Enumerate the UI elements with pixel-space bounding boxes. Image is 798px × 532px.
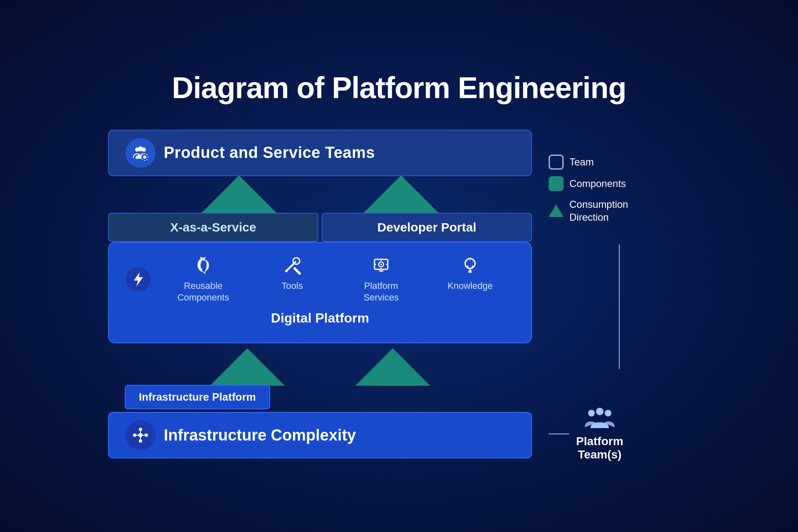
- svg-point-2: [138, 146, 143, 151]
- infra-complexity-label: Infrastructure Complexity: [164, 426, 356, 444]
- dp-item-knowledge-label: Knowledge: [448, 280, 493, 292]
- platform-team-label: PlatformTeam(s): [576, 435, 623, 461]
- infra-platform-box: Infrastructure Platform: [125, 385, 270, 409]
- svg-point-4: [143, 155, 146, 159]
- svg-point-28: [145, 433, 148, 437]
- legend-components-icon: [549, 176, 564, 191]
- dp-item-reusable: ReusableComponents: [159, 255, 248, 304]
- digital-platform-label: Digital Platform: [126, 310, 515, 326]
- xaas-row: X-as-a-Service Developer Portal: [108, 213, 532, 242]
- legend-item-team: Team: [549, 155, 690, 170]
- triangle-infra-left: [210, 348, 285, 386]
- infra-complexity-box: Infrastructure Complexity: [108, 412, 532, 458]
- product-teams-icon: [126, 138, 155, 168]
- legend-item-components: Components: [549, 176, 690, 191]
- svg-point-8: [285, 270, 288, 272]
- dp-item-platform-services: PlatformServices: [337, 255, 426, 304]
- xaas-label: X-as-a-Service: [170, 220, 256, 234]
- lightning-icon: [126, 267, 150, 292]
- svg-line-7: [295, 268, 300, 273]
- page-title: Diagram of Platform Engineering: [172, 71, 626, 105]
- platform-team-section: PlatformTeam(s): [549, 406, 690, 461]
- right-panel: Team Components ConsumptionDirection: [549, 130, 690, 461]
- diagram-area: Product and Service Teams X-as-a-Service…: [108, 130, 690, 461]
- dp-item-tools-label: Tools: [281, 280, 303, 292]
- dev-portal-box: Developer Portal: [322, 213, 532, 242]
- dev-portal-label: Developer Portal: [377, 220, 476, 234]
- legend: Team Components ConsumptionDirection: [549, 155, 690, 224]
- arrows-top: [108, 175, 532, 213]
- legend-team-icon: [549, 155, 564, 170]
- main-container: Diagram of Platform Engineering: [108, 71, 690, 461]
- legend-direction-label: ConsumptionDirection: [569, 198, 628, 224]
- dp-icons-row: ReusableComponents Tools: [159, 255, 515, 304]
- product-teams-label: Product and Service Teams: [164, 144, 375, 162]
- connector-line: [549, 433, 569, 434]
- triangle-right: [364, 175, 438, 213]
- svg-point-35: [605, 410, 611, 416]
- svg-point-26: [139, 439, 142, 443]
- triangle-left: [202, 175, 276, 213]
- legend-team-label: Team: [569, 155, 594, 168]
- svg-point-6: [293, 258, 300, 264]
- digital-platform-box: ReusableComponents Tools: [108, 242, 532, 343]
- svg-point-11: [380, 264, 382, 265]
- svg-point-27: [133, 433, 136, 437]
- svg-point-33: [588, 410, 595, 416]
- svg-point-34: [596, 408, 603, 415]
- platform-team-box: PlatformTeam(s): [576, 406, 623, 461]
- triangle-infra-right: [355, 348, 430, 386]
- legend-direction-icon: [549, 204, 564, 217]
- legend-item-direction: ConsumptionDirection: [549, 198, 690, 224]
- arrows-bottom: [108, 348, 532, 386]
- svg-point-25: [139, 428, 142, 431]
- product-teams-box: Product and Service Teams: [108, 130, 532, 176]
- infra-complexity-row: Infrastructure Complexity: [108, 412, 532, 458]
- dp-item-platform-services-label: PlatformServices: [364, 280, 399, 304]
- dp-top-row: ReusableComponents Tools: [126, 255, 515, 304]
- infra-section: Infrastructure Platform: [108, 348, 532, 458]
- diagram: Product and Service Teams X-as-a-Service…: [108, 130, 532, 458]
- dp-item-tools: Tools: [248, 255, 337, 292]
- infra-platform-label: Infrastructure Platform: [139, 391, 256, 403]
- vertical-separator: [619, 244, 620, 369]
- legend-components-label: Components: [569, 177, 626, 190]
- xaas-box: X-as-a-Service: [108, 213, 318, 242]
- svg-point-24: [138, 433, 143, 437]
- product-teams-row: Product and Service Teams: [108, 130, 532, 176]
- infra-icon: [126, 420, 155, 450]
- dp-item-reusable-label: ReusableComponents: [177, 280, 229, 304]
- dp-item-knowledge: Knowledge: [426, 255, 515, 292]
